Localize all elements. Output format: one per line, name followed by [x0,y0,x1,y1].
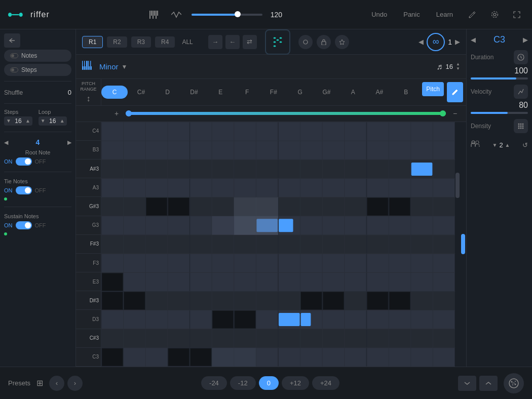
loop-next-btn[interactable]: ▶ [455,38,460,46]
velocity-slider[interactable] [471,112,528,114]
key-C-btn[interactable]: C [101,86,128,99]
key-Cs-btn[interactable]: C# [128,86,154,99]
key-Gs-btn[interactable]: G# [313,86,339,99]
velocity-param: Velocity 80 [471,85,528,114]
note-nav-next-btn[interactable]: ▶ [523,36,528,44]
key-As-btn[interactable]: A# [366,86,393,99]
note-count-value: 16 [446,63,453,70]
presets-grid-btn[interactable]: ⊞ [36,378,43,388]
riff-all-btn[interactable]: ALL [179,36,196,48]
riff-r1-btn[interactable]: R1 [82,36,103,48]
star-btn[interactable] [335,35,349,49]
voice-icon [471,140,480,149]
root-note-toggle[interactable] [16,157,32,166]
tie-off-label: OFF [35,187,46,193]
note-count-down-btn[interactable]: ▼ [456,67,460,71]
key-Fs-btn[interactable]: F# [260,86,287,99]
riff-r3-btn[interactable]: R3 [131,36,151,48]
range-thumb-right[interactable] [440,110,446,116]
voice-reset-btn[interactable]: ↺ [522,141,528,149]
preset-neg12-btn[interactable]: -12 [230,376,256,390]
pencil-icon-btn[interactable] [465,8,479,22]
piano-keys-col: C4 B3 A#3 A3 G#3 G3 F#3 F3 E3 D#3 D3 C#3… [76,122,101,367]
roll-canvas[interactable] [101,122,455,367]
preset-neg24-btn[interactable]: -24 [201,376,227,390]
key-G-btn[interactable]: G [287,86,313,99]
loop-dec-btn[interactable]: ▼ [41,118,46,124]
preset-nav: ‹ › [49,376,83,391]
tie-notes-toggle[interactable] [16,186,32,194]
riff-r2-btn[interactable]: R2 [107,36,127,48]
preset-pos24-btn[interactable]: +24 [312,376,339,390]
preset-pos12-btn[interactable]: +12 [282,376,309,390]
bpm-slider[interactable] [192,14,262,16]
back-btn[interactable] [4,33,20,48]
duration-slider-fill [471,77,516,79]
key-D-btn[interactable]: D [155,86,181,99]
loop-inc-btn[interactable]: ▲ [60,118,65,124]
sustain-toggle[interactable] [16,221,32,229]
preset-prev-btn[interactable]: ‹ [49,376,64,391]
riff-forward-btn[interactable]: → [208,35,222,49]
duration-slider[interactable] [471,77,528,79]
channel-prev-btn[interactable]: ◀ [4,139,8,146]
preset-end-btns [458,376,498,391]
key-A-btn[interactable]: A [340,86,366,99]
range-thumb-left[interactable] [126,110,132,116]
steps-toggle-btn[interactable]: Steps [4,64,71,76]
velocity-icon-btn[interactable] [514,85,528,99]
svg-point-10 [273,41,276,43]
density-icon-btn[interactable] [514,119,528,133]
voice-inc-btn[interactable]: ▲ [505,142,510,148]
key-E-btn[interactable]: E [207,86,234,99]
undo-btn[interactable]: Undo [367,9,391,20]
expand-icon-btn[interactable] [510,8,524,22]
loop-value: 1 [448,38,452,46]
density-label: Density [471,123,491,130]
pitch-btn[interactable]: Pitch [422,82,444,96]
steps-dec-btn[interactable]: ▼ [6,118,11,124]
riff-back-btn[interactable]: ← [225,35,240,49]
r-btn[interactable] [298,35,313,49]
note-nav-prev-btn[interactable]: ◀ [471,36,476,44]
vertical-scroll-handle[interactable] [460,122,466,367]
preset-next-btn[interactable]: › [67,376,83,391]
riff-swap-btn[interactable]: ⇄ [243,35,257,49]
pitch-range-slider[interactable] [126,112,446,115]
notes-toggle-btn[interactable]: Notes [4,50,71,62]
channel-next-btn[interactable]: ▶ [67,139,71,146]
riff-r4-btn[interactable]: R4 [155,36,175,48]
svg-point-40 [512,384,513,385]
steps-inc-btn[interactable]: ▲ [25,118,30,124]
svg-point-36 [476,141,479,144]
roll-scrollbar[interactable] [455,122,460,367]
note-count-up-btn[interactable]: ▲ [456,62,460,66]
cookie-btn[interactable] [504,373,524,393]
wave-btn[interactable] [169,8,183,22]
key-B-btn[interactable]: B [393,86,419,99]
lock-btn[interactable] [317,35,331,49]
settings-icon-btn[interactable] [487,8,502,22]
loop-prev-btn[interactable]: ◀ [419,38,424,46]
panic-btn[interactable]: Panic [399,9,424,20]
dice[interactable] [265,29,290,55]
key-Ds-btn[interactable]: D# [181,86,207,99]
root-note-toggle-row: ON OFF [4,157,71,166]
preset-up-btn[interactable] [479,376,498,391]
scale-bar: Minor ▼ ♬ 16 ▲ ▼ [76,55,466,79]
pitch-range-minus-btn[interactable]: + [111,108,122,118]
duration-icon-btn[interactable] [514,50,528,64]
steps-value: 16 [13,117,23,125]
preset-0-btn[interactable]: 0 [259,376,279,390]
pitch-range-add-btn[interactable]: − [450,108,460,118]
key-F-btn[interactable]: F [234,86,260,99]
pitch-range-scroll-btn[interactable]: ↕ [87,94,91,103]
piano-roll-btn[interactable] [147,8,161,22]
logo: riffer [8,9,50,21]
pitch-edit-btn[interactable] [447,82,463,102]
learn-btn[interactable]: Learn [432,9,457,20]
voice-dec-btn[interactable]: ▼ [492,142,497,148]
scale-select[interactable]: Minor ▼ [99,62,127,71]
preset-down-btn[interactable] [458,376,476,391]
steps-label2: Steps [4,109,32,115]
